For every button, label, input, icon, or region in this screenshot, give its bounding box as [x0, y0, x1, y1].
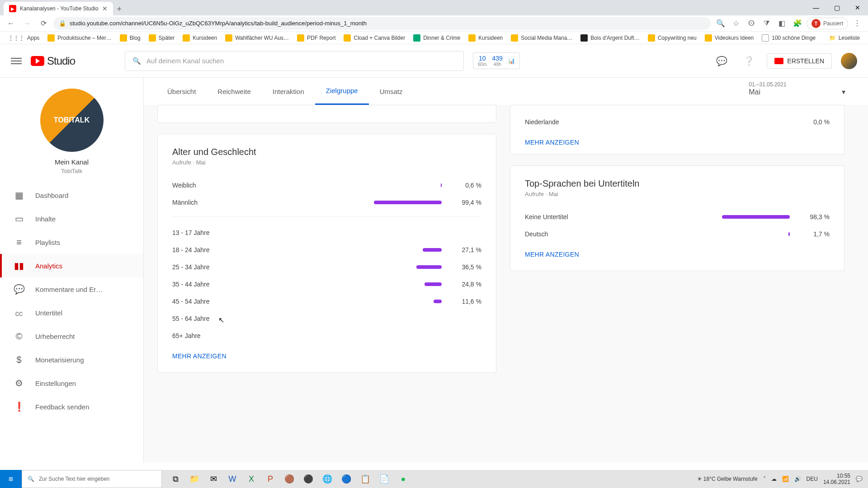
- table-row: Männlich99,4 %: [172, 194, 481, 211]
- sidebar-item-feedback[interactable]: ❗Feedback senden: [0, 395, 143, 418]
- obs-icon[interactable]: ⚫: [299, 470, 317, 488]
- app-icon[interactable]: 📋: [356, 470, 374, 488]
- windows-search[interactable]: 🔍 Zur Suche Text hier eingeben: [22, 470, 162, 488]
- search-input[interactable]: 🔍 Auf deinem Kanal suchen: [125, 51, 464, 71]
- language-indicator[interactable]: DEU: [807, 476, 818, 482]
- excel-icon[interactable]: X: [242, 470, 260, 488]
- help-icon[interactable]: ❔: [740, 52, 758, 70]
- tray-chevron-icon[interactable]: ˄: [763, 476, 766, 482]
- comments-icon: 💬: [14, 284, 24, 295]
- sidebar-item-settings[interactable]: ⚙Einstellungen: [0, 371, 143, 395]
- bar-segment: [416, 265, 442, 269]
- sidebar-item-monetization[interactable]: $Monetarisierung: [0, 348, 143, 371]
- task-view-icon[interactable]: ⧉: [166, 470, 184, 488]
- bookmark-item[interactable]: Produktsuche – Mer…: [45, 34, 114, 42]
- url-field[interactable]: 🔒 studio.youtube.com/channel/UC6N5u-OiGz…: [53, 17, 711, 30]
- taskbar: ⊞ 🔍 Zur Suche Text hier eingeben ⧉ 📁 ✉ W…: [0, 470, 868, 488]
- chat-icon[interactable]: 💬: [712, 52, 731, 70]
- sidebar-item-comments[interactable]: 💬Kommentare und Er…: [0, 277, 143, 301]
- start-button[interactable]: ⊞: [0, 470, 22, 488]
- bookmark-item[interactable]: PDF Report: [294, 34, 338, 42]
- maximize-button[interactable]: ▢: [826, 0, 847, 15]
- chrome-icon[interactable]: 🌐: [318, 470, 336, 488]
- bookmark-icon: [762, 34, 769, 42]
- sidebar-item-subtitles[interactable]: ㏄Untertitel: [0, 301, 143, 324]
- sidebar-item-analytics[interactable]: ▮▮Analytics: [0, 254, 143, 277]
- reload-icon[interactable]: ⟳: [37, 17, 50, 30]
- bookmark-item[interactable]: Wahlfächer WU Aus…: [222, 34, 292, 42]
- sidebar-item-playlists[interactable]: ≡Playlists: [0, 230, 143, 254]
- close-icon[interactable]: ✕: [102, 5, 108, 12]
- word-icon[interactable]: W: [223, 470, 241, 488]
- extension-icon[interactable]: ◧: [776, 17, 788, 30]
- back-icon[interactable]: ←: [5, 17, 17, 30]
- new-tab-button[interactable]: +: [113, 3, 126, 15]
- url-text: studio.youtube.com/channel/UC6N5u-OiGz_u…: [70, 20, 367, 27]
- bookmark-item[interactable]: Dinner & Crime: [410, 34, 463, 42]
- more-link[interactable]: MEHR ANZEIGEN: [525, 131, 830, 146]
- bookmark-icon: [468, 34, 476, 42]
- sidebar-item-content[interactable]: ▭Inhalte: [0, 207, 143, 230]
- onedrive-icon[interactable]: ☁: [771, 476, 777, 482]
- clock[interactable]: 10:5514.06.2021: [823, 473, 850, 486]
- tab-reach[interactable]: Reichweite: [207, 79, 261, 104]
- folder-icon: 📁: [829, 35, 836, 41]
- bookmark-item[interactable]: Social Media Mana…: [508, 34, 575, 42]
- mail-icon[interactable]: ✉: [204, 470, 222, 488]
- card-title: Top-Sprachen bei Untertiteln: [525, 178, 830, 189]
- chevron-down-icon: ▾: [842, 88, 845, 96]
- bookmark-item[interactable]: Videokurs Ideen: [702, 34, 757, 42]
- logo[interactable]: Studio: [31, 55, 75, 67]
- weather-widget[interactable]: ☀ 18°C Gelbe Warnstufe: [697, 476, 758, 482]
- wifi-icon[interactable]: 📶: [782, 476, 789, 482]
- table-row: 55 - 64 Jahre: [172, 310, 481, 327]
- profile-chip[interactable]: T Pausiert: [807, 18, 848, 29]
- browser-tab[interactable]: ▶ Kanalanalysen - YouTube Studio ✕: [4, 2, 113, 15]
- forward-icon: →: [21, 17, 33, 30]
- bookmark-item[interactable]: Kursideen: [466, 34, 505, 42]
- bookmark-item[interactable]: Copywriting neu: [645, 34, 699, 42]
- tab-engagement[interactable]: Interaktion: [262, 79, 315, 104]
- more-link[interactable]: MEHR ANZEIGEN: [172, 344, 481, 360]
- bookmark-item[interactable]: Blog: [117, 34, 143, 42]
- apps-button[interactable]: ⋮⋮⋮Apps: [5, 35, 42, 41]
- tab-overview[interactable]: Übersicht: [156, 79, 207, 104]
- app-icon[interactable]: 📄: [375, 470, 393, 488]
- bookmark-item[interactable]: 📁Leseliste: [826, 35, 863, 41]
- account-avatar[interactable]: [841, 53, 857, 69]
- period-selector[interactable]: 01.–31.05.2021 Mai▾: [749, 81, 845, 96]
- extension-icon[interactable]: ⵙ: [745, 17, 758, 30]
- header-stats[interactable]: 1060m 43948h 📊: [473, 52, 520, 69]
- menu-icon[interactable]: ⋮: [851, 17, 863, 30]
- sidebar-item-copyright[interactable]: ©Urheberrecht: [0, 324, 143, 348]
- tab-revenue[interactable]: Umsatz: [369, 79, 414, 104]
- table-row: 13 - 17 Jahre: [172, 224, 481, 241]
- app-icon[interactable]: 🟤: [280, 470, 298, 488]
- bookmark-item[interactable]: 100 schöne Dinge: [759, 34, 818, 42]
- more-link[interactable]: MEHR ANZEIGEN: [525, 243, 830, 258]
- bookmark-item[interactable]: Cload + Canva Bilder: [341, 34, 408, 42]
- bookmark-item[interactable]: Später: [146, 34, 177, 42]
- zoom-icon[interactable]: 🔍: [714, 17, 727, 30]
- extension-icon[interactable]: ⧩: [760, 17, 773, 30]
- volume-icon[interactable]: 🔊: [794, 476, 801, 482]
- sidebar-item-dashboard[interactable]: ▦Dashboard: [0, 183, 143, 207]
- youtube-icon: ▶: [9, 5, 16, 12]
- menu-button[interactable]: [11, 58, 22, 64]
- channel-avatar[interactable]: TOBITALK: [40, 89, 104, 152]
- explorer-icon[interactable]: 📁: [185, 470, 203, 488]
- minimize-button[interactable]: —: [806, 0, 826, 15]
- puzzle-icon[interactable]: 🧩: [791, 17, 804, 30]
- notifications-icon[interactable]: 💬: [856, 476, 863, 482]
- powerpoint-icon[interactable]: P: [261, 470, 279, 488]
- bookmark-item[interactable]: Bois d'Argent Duft…: [578, 34, 642, 42]
- divider: [172, 216, 481, 217]
- tab-audience[interactable]: Zielgruppe: [315, 78, 369, 105]
- create-button[interactable]: ERSTELLEN: [767, 53, 832, 69]
- star-icon[interactable]: ☆: [730, 17, 742, 30]
- spotify-icon[interactable]: ●: [394, 470, 412, 488]
- bar-segment: [434, 300, 442, 303]
- close-button[interactable]: ✕: [847, 0, 868, 15]
- bookmark-item[interactable]: Kursideen: [180, 34, 220, 42]
- edge-icon[interactable]: 🔵: [337, 470, 355, 488]
